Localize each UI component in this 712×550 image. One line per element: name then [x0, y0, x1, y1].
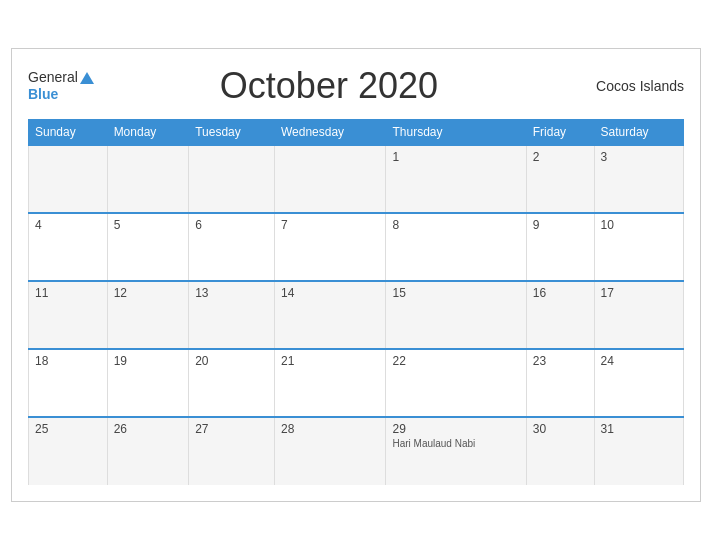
- day-number: 15: [392, 286, 519, 300]
- weekday-header-row: SundayMondayTuesdayWednesdayThursdayFrid…: [29, 120, 684, 146]
- calendar-week-row: 123: [29, 145, 684, 213]
- day-number: 12: [114, 286, 183, 300]
- day-number: 10: [601, 218, 677, 232]
- calendar-day-cell: 8: [386, 213, 526, 281]
- day-number: 9: [533, 218, 588, 232]
- day-number: 20: [195, 354, 268, 368]
- calendar-day-cell: 10: [594, 213, 683, 281]
- calendar-day-cell: 31: [594, 417, 683, 485]
- calendar-day-cell: [189, 145, 275, 213]
- region-label: Cocos Islands: [564, 78, 684, 94]
- calendar-week-row: 11121314151617: [29, 281, 684, 349]
- calendar-day-cell: 12: [107, 281, 189, 349]
- calendar-day-cell: 29Hari Maulaud Nabi: [386, 417, 526, 485]
- calendar-day-cell: 22: [386, 349, 526, 417]
- day-number: 4: [35, 218, 101, 232]
- weekday-sunday: Sunday: [29, 120, 108, 146]
- calendar-day-cell: 9: [526, 213, 594, 281]
- day-number: 6: [195, 218, 268, 232]
- calendar-day-cell: 5: [107, 213, 189, 281]
- weekday-friday: Friday: [526, 120, 594, 146]
- calendar-day-cell: 18: [29, 349, 108, 417]
- calendar-day-cell: 23: [526, 349, 594, 417]
- calendar-day-cell: [274, 145, 386, 213]
- day-number: 28: [281, 422, 380, 436]
- day-number: 18: [35, 354, 101, 368]
- calendar-day-cell: 27: [189, 417, 275, 485]
- day-number: 13: [195, 286, 268, 300]
- calendar-day-cell: 6: [189, 213, 275, 281]
- weekday-tuesday: Tuesday: [189, 120, 275, 146]
- logo-triangle-icon: [80, 72, 94, 84]
- calendar-day-cell: [107, 145, 189, 213]
- day-number: 19: [114, 354, 183, 368]
- calendar-day-cell: 25: [29, 417, 108, 485]
- calendar-header: General Blue October 2020 Cocos Islands: [28, 65, 684, 107]
- day-number: 24: [601, 354, 677, 368]
- weekday-saturday: Saturday: [594, 120, 683, 146]
- calendar-week-row: 2526272829Hari Maulaud Nabi3031: [29, 417, 684, 485]
- day-number: 31: [601, 422, 677, 436]
- calendar-table: SundayMondayTuesdayWednesdayThursdayFrid…: [28, 119, 684, 485]
- day-number: 7: [281, 218, 380, 232]
- calendar-day-cell: 28: [274, 417, 386, 485]
- weekday-thursday: Thursday: [386, 120, 526, 146]
- calendar-day-cell: 16: [526, 281, 594, 349]
- calendar-day-cell: 11: [29, 281, 108, 349]
- day-number: 8: [392, 218, 519, 232]
- day-number: 17: [601, 286, 677, 300]
- calendar-day-cell: 2: [526, 145, 594, 213]
- day-number: 14: [281, 286, 380, 300]
- calendar-week-row: 45678910: [29, 213, 684, 281]
- day-number: 26: [114, 422, 183, 436]
- day-number: 16: [533, 286, 588, 300]
- calendar-day-cell: 30: [526, 417, 594, 485]
- calendar-day-cell: 13: [189, 281, 275, 349]
- logo-general-text: General: [28, 69, 78, 86]
- holiday-label: Hari Maulaud Nabi: [392, 438, 519, 449]
- day-number: 22: [392, 354, 519, 368]
- day-number: 5: [114, 218, 183, 232]
- calendar-day-cell: 20: [189, 349, 275, 417]
- calendar-day-cell: 3: [594, 145, 683, 213]
- day-number: 11: [35, 286, 101, 300]
- calendar-day-cell: 15: [386, 281, 526, 349]
- calendar: General Blue October 2020 Cocos Islands …: [11, 48, 701, 502]
- calendar-day-cell: 26: [107, 417, 189, 485]
- calendar-day-cell: [29, 145, 108, 213]
- weekday-wednesday: Wednesday: [274, 120, 386, 146]
- day-number: 1: [392, 150, 519, 164]
- calendar-day-cell: 14: [274, 281, 386, 349]
- calendar-day-cell: 19: [107, 349, 189, 417]
- day-number: 3: [601, 150, 677, 164]
- calendar-day-cell: 21: [274, 349, 386, 417]
- calendar-day-cell: 7: [274, 213, 386, 281]
- day-number: 27: [195, 422, 268, 436]
- day-number: 29: [392, 422, 519, 436]
- day-number: 21: [281, 354, 380, 368]
- day-number: 30: [533, 422, 588, 436]
- weekday-monday: Monday: [107, 120, 189, 146]
- calendar-day-cell: 1: [386, 145, 526, 213]
- calendar-week-row: 18192021222324: [29, 349, 684, 417]
- logo: General Blue: [28, 69, 94, 103]
- day-number: 25: [35, 422, 101, 436]
- logo-blue-text: Blue: [28, 86, 58, 103]
- calendar-day-cell: 24: [594, 349, 683, 417]
- day-number: 2: [533, 150, 588, 164]
- day-number: 23: [533, 354, 588, 368]
- calendar-day-cell: 17: [594, 281, 683, 349]
- calendar-title: October 2020: [94, 65, 564, 107]
- calendar-day-cell: 4: [29, 213, 108, 281]
